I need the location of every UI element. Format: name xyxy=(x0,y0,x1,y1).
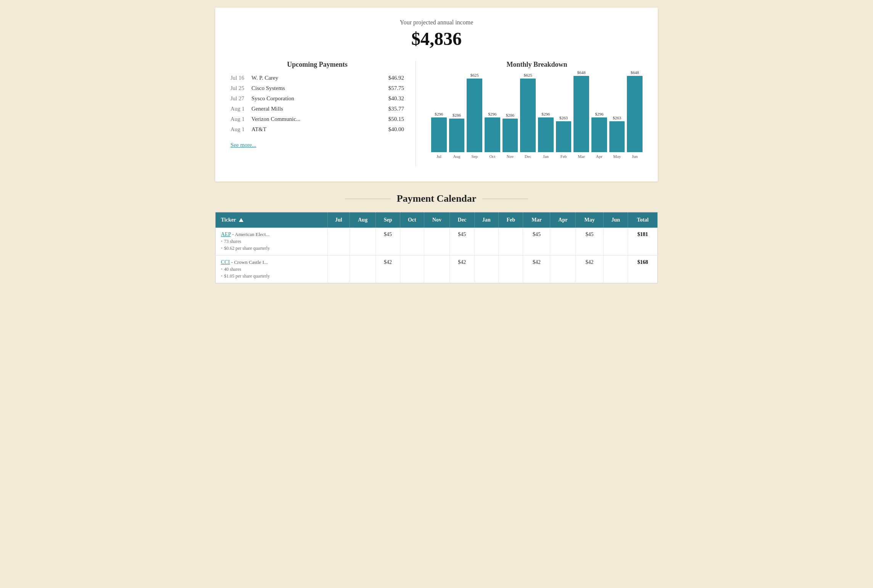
bar-value: $625 xyxy=(470,73,479,77)
ticker-cell: AEP - American Elect... 73 shares $0.62 … xyxy=(216,228,328,255)
month-cell-nov xyxy=(424,255,449,283)
bar-group: $648 Jun xyxy=(627,70,643,159)
payment-date: Aug 1 xyxy=(230,126,251,133)
col-header-jul: Jul xyxy=(327,212,350,228)
bar-value: $648 xyxy=(577,70,586,75)
payment-row: Jul 27 Sysco Corporation $40.32 xyxy=(230,95,404,102)
bar-value: $286 xyxy=(506,113,514,117)
month-cell-sep: $45 xyxy=(376,228,400,255)
bar-value: $296 xyxy=(595,112,603,116)
payment-date: Jul 27 xyxy=(230,95,251,102)
month-cell-apr xyxy=(550,255,576,283)
payment-row: Aug 1 General Mills $35.77 xyxy=(230,106,404,112)
bar-value: $296 xyxy=(541,112,550,116)
month-cell-sep: $42 xyxy=(376,255,400,283)
bar-group: $296 Jul xyxy=(431,112,447,159)
payment-row: Aug 1 Verizon Communic... $50.15 xyxy=(230,116,404,122)
payment-company: Sysco Corporation xyxy=(251,95,388,102)
calendar-table-body: AEP - American Elect... 73 shares $0.62 … xyxy=(216,228,658,283)
bar-value: $263 xyxy=(559,116,568,120)
payment-row: Jul 25 Cisco Systems $57.75 xyxy=(230,85,404,92)
payments-list: Jul 16 W. P. Carey $46.92 Jul 25 Cisco S… xyxy=(230,75,404,133)
col-header-may: May xyxy=(576,212,603,228)
month-cell-jun xyxy=(603,255,628,283)
month-cell-may: $45 xyxy=(576,228,603,255)
monthly-breakdown-title: Monthly Breakdown xyxy=(431,61,643,69)
income-header: Your projected annual income $4,836 xyxy=(230,19,643,49)
bar-group: $296 Apr xyxy=(591,112,607,159)
bar-value: $648 xyxy=(631,70,639,75)
col-header-jan: Jan xyxy=(474,212,498,228)
col-header-aug: Aug xyxy=(350,212,376,228)
bar xyxy=(467,79,482,152)
payment-calendar-table: Ticker Jul Aug Sep Oct Nov Dec Jan Feb M… xyxy=(215,212,658,283)
col-header-jun: Jun xyxy=(603,212,628,228)
bar-value: $296 xyxy=(488,112,496,116)
ticker-company: - Crown Castle I... xyxy=(231,259,268,265)
bar xyxy=(627,76,643,152)
ticker-per-share: $1.05 per share quarterly xyxy=(221,273,324,279)
month-cell-jun xyxy=(603,228,628,255)
bar-value: $296 xyxy=(435,112,443,116)
month-cell-oct xyxy=(400,255,424,283)
bar-label: Apr xyxy=(596,154,602,159)
month-cell-mar: $42 xyxy=(523,255,550,283)
month-cell-feb xyxy=(498,255,523,283)
col-header-nov: Nov xyxy=(424,212,449,228)
month-cell-jul xyxy=(327,255,350,283)
upcoming-payments-title: Upcoming Payments xyxy=(230,61,404,69)
bar-label: Oct xyxy=(489,154,495,159)
ticker-link[interactable]: AEP xyxy=(221,231,231,237)
ticker-shares: 40 shares xyxy=(221,267,324,272)
payment-company: AT&T xyxy=(251,126,388,133)
bar-value: $263 xyxy=(613,116,621,120)
bar xyxy=(503,119,518,152)
col-header-apr: Apr xyxy=(550,212,576,228)
col-header-oct: Oct xyxy=(400,212,424,228)
bar xyxy=(431,117,447,152)
bar-group: $625 Dec xyxy=(520,73,536,159)
bar-value: $286 xyxy=(453,113,461,117)
bar-group: $286 Nov xyxy=(503,113,518,159)
bar xyxy=(538,117,554,152)
payment-calendar-section: Payment Calendar Ticker Jul Aug Sep Oct … xyxy=(215,193,658,283)
bar-chart: $296 Jul $286 Aug $625 Sep $296 Oct $286… xyxy=(431,75,643,166)
col-header-sep: Sep xyxy=(376,212,400,228)
bar-group: $286 Aug xyxy=(449,113,465,159)
total-cell: $181 xyxy=(628,228,658,255)
bar xyxy=(556,121,572,152)
payment-row: Aug 1 AT&T $40.00 xyxy=(230,126,404,133)
payment-amount: $40.00 xyxy=(388,126,404,133)
calendar-title: Payment Calendar xyxy=(215,193,658,204)
see-more-link[interactable]: See more... xyxy=(230,142,256,148)
bar-label: Jun xyxy=(632,154,638,159)
bar-label: Jul xyxy=(436,154,441,159)
payment-amount: $40.32 xyxy=(388,95,404,102)
col-header-ticker: Ticker xyxy=(216,212,328,228)
bar xyxy=(573,76,589,152)
month-cell-oct xyxy=(400,228,424,255)
ticker-link[interactable]: CCI xyxy=(221,259,230,265)
bar xyxy=(449,119,465,152)
bar-label: Dec xyxy=(525,154,532,159)
sort-arrow-icon[interactable] xyxy=(239,218,243,222)
bar-group: $296 Jan xyxy=(538,112,554,159)
payment-company: General Mills xyxy=(251,106,388,112)
bar-label: May xyxy=(613,154,621,159)
month-cell-dec: $45 xyxy=(450,228,475,255)
month-cell-may: $42 xyxy=(576,255,603,283)
col-header-dec: Dec xyxy=(450,212,475,228)
payment-date: Aug 1 xyxy=(230,106,251,112)
col-header-total: Total xyxy=(628,212,658,228)
table-row: AEP - American Elect... 73 shares $0.62 … xyxy=(216,228,658,255)
payment-company: Verizon Communic... xyxy=(251,116,388,122)
bar xyxy=(591,117,607,152)
month-cell-feb xyxy=(498,228,523,255)
bar xyxy=(609,121,625,152)
month-cell-aug xyxy=(350,255,376,283)
upcoming-payments-section: Upcoming Payments Jul 16 W. P. Carey $46… xyxy=(230,61,416,166)
bar-label: Sep xyxy=(471,154,478,159)
payment-amount: $46.92 xyxy=(388,75,404,81)
payment-date: Aug 1 xyxy=(230,116,251,122)
payment-amount: $35.77 xyxy=(388,106,404,112)
